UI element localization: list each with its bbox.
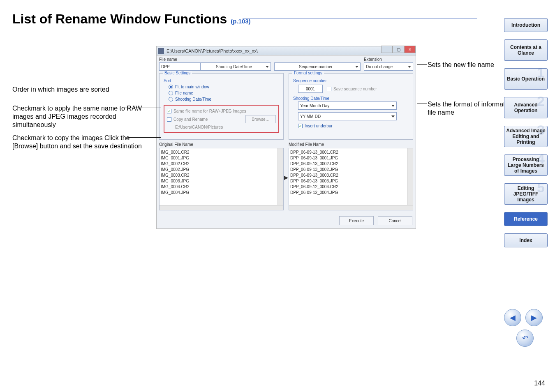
sidebar-index[interactable]: Index <box>504 233 548 247</box>
save-sequence-checkbox[interactable]: Save sequence number <box>327 87 377 91</box>
sidebar: Introduction Contents at a Glance 1Basic… <box>504 18 548 247</box>
execute-button[interactable]: Execute <box>339 216 374 225</box>
ann-line <box>417 64 427 65</box>
sort-date-radio[interactable]: Shooting Date/Time <box>169 97 279 101</box>
list-item[interactable]: DPP_06-09-13_0001.CR2 <box>290 150 412 155</box>
sequence-value: 0001 <box>306 87 315 91</box>
scrollbar-v[interactable] <box>278 148 283 205</box>
sort-fit-label: Fit to main window <box>175 85 209 89</box>
sort-date-label: Shooting Date/Time <box>175 97 211 101</box>
ann-line <box>140 89 161 89</box>
sidebar-processing[interactable]: 4Processing Large Numbers of Images <box>504 154 548 176</box>
save-path: E:\Users\CANON\Pictures <box>175 125 276 129</box>
sort-filename-radio[interactable]: File name <box>169 91 279 95</box>
shoot-fmt: YY-MM-DD <box>300 114 321 119</box>
filename-pattern-2[interactable]: Sequence number <box>274 62 361 71</box>
browse-button[interactable]: Browse… <box>245 115 276 123</box>
caret-icon <box>408 66 411 68</box>
scrollbar-h[interactable] <box>289 205 413 210</box>
list-item[interactable]: IMG_0003.JPG <box>161 178 282 184</box>
rename-window: E:\Users\CANON\Pictures\Photo\xxxx_xx_xx… <box>156 46 416 229</box>
cancel-button[interactable]: Cancel <box>378 216 412 225</box>
list-item[interactable]: DPP_06-09-13_0002.CR2 <box>290 161 412 167</box>
shooting-date-format-select[interactable]: YY-MM-DD <box>298 112 397 120</box>
sidebar-jpeg-tiff[interactable]: 5Editing JPEG/TIFF Images <box>504 183 548 205</box>
rawjpeg-callout: ✓ Same file name for RAW+JPEG images Cop… <box>164 105 279 133</box>
orig-list-title: Original File Name <box>159 142 284 147</box>
shooting-date-order-select[interactable]: Year Month Day <box>298 101 397 110</box>
sequence-label: Sequence number <box>293 78 409 83</box>
sidebar-contents[interactable]: Contents at a Glance <box>504 39 548 61</box>
title-text: List of Rename Window Functions <box>12 12 227 26</box>
ann-line <box>417 104 427 104</box>
list-item[interactable]: DPP_06-09-12_0004.JPG <box>290 190 412 196</box>
shoot-val: Year Month Day <box>300 104 329 108</box>
window-minimize-button[interactable]: – <box>381 46 393 53</box>
mod-file-list[interactable]: DPP_06-09-13_0001.CR2DPP_06-09-13_0001.J… <box>289 148 413 210</box>
list-item[interactable]: IMG_0001.JPG <box>161 155 282 161</box>
sort-fit-radio[interactable]: Fit to main window <box>169 85 279 89</box>
list-item[interactable]: IMG_0001.CR2 <box>161 150 282 155</box>
sort-file-label: File name <box>175 91 193 95</box>
sidebar-basic-operation[interactable]: 1Basic Operation <box>504 68 548 90</box>
sidebar-advanced-operation[interactable]: 2Advanced Operation <box>504 97 548 118</box>
copy-rename-label: Copy and Rename <box>173 117 208 122</box>
window-close-button[interactable]: ✕ <box>404 46 416 53</box>
extension-value: Do not change <box>366 65 393 69</box>
list-item[interactable]: IMG_0002.CR2 <box>161 161 282 167</box>
title-rule <box>243 18 477 19</box>
list-item[interactable]: IMG_0002.JPG <box>161 167 282 173</box>
list-item[interactable]: DPP_06-09-13_0001.JPG <box>290 155 412 161</box>
format-settings-group: Format settings Sequence number 0001 Sav… <box>289 73 413 140</box>
underbar-label: Insert underbar <box>305 124 333 128</box>
ann-newname: Sets the new file name <box>428 61 494 69</box>
sidebar-advanced-editing[interactable]: 3Advanced Image Editing and Printing <box>504 126 548 147</box>
list-item[interactable]: IMG_0003.CR2 <box>161 173 282 178</box>
window-titlebar: E:\Users\CANON\Pictures\Photo\xxxx_xx_xx… <box>157 46 416 55</box>
shooting-date-label: Shooting Date/Time <box>293 96 409 101</box>
next-page-button[interactable]: ▶ <box>525 309 543 326</box>
extension-label: Extension <box>364 57 413 62</box>
ann-line <box>127 137 161 138</box>
ann-line <box>122 108 161 108</box>
same-filename-checkbox[interactable]: ✓ Same file name for RAW+JPEG images <box>167 109 276 113</box>
orig-file-list[interactable]: IMG_0001.CR2IMG_0001.JPGIMG_0002.CR2IMG_… <box>159 148 284 210</box>
ann-copy: Checkmark to copy the images Click the [… <box>12 134 144 150</box>
sidebar-reference[interactable]: Reference <box>504 212 548 226</box>
page-number: 144 <box>534 380 545 387</box>
mod-list-title: Modified File Name <box>289 142 413 147</box>
copy-rename-checkbox[interactable]: Copy and Rename <box>167 117 208 122</box>
basic-settings-group: Basic Settings Sort Fit to main window F… <box>159 73 284 140</box>
filename-pattern-1[interactable]: Shooting Date/Time <box>200 62 271 71</box>
underbar-checkbox[interactable]: ✓ Insert underbar <box>298 124 409 128</box>
window-maximize-button[interactable]: ▢ <box>393 46 404 53</box>
list-item[interactable]: IMG_0004.CR2 <box>161 184 282 190</box>
pattern1-text: Shooting Date/Time <box>216 65 252 69</box>
filename-row: File name DPP Shooting Date/Time Sequenc… <box>157 55 416 73</box>
save-sequence-label: Save sequence number <box>333 87 377 91</box>
scrollbar-h[interactable] <box>160 205 283 210</box>
arrow-icon <box>284 176 288 180</box>
filename-value: DPP <box>161 65 170 69</box>
scrollbar-v[interactable] <box>407 148 413 205</box>
basic-settings-title: Basic Settings <box>163 71 192 75</box>
return-button[interactable]: ↶ <box>516 330 534 347</box>
filename-input[interactable]: DPP <box>159 62 200 71</box>
list-item[interactable]: DPP_06-09-13_0003.JPG <box>290 178 412 184</box>
sidebar-introduction[interactable]: Introduction <box>504 18 548 32</box>
filename-label: File name <box>159 57 271 62</box>
extension-select[interactable]: Do not change <box>364 62 413 71</box>
prev-page-button[interactable]: ◀ <box>504 309 521 326</box>
sequence-input[interactable]: 0001 <box>298 85 323 93</box>
list-item[interactable]: DPP_06-09-12_0004.CR2 <box>290 184 412 190</box>
window-title: E:\Users\CANON\Pictures\Photo\xxxx_xx_xx… <box>166 48 258 53</box>
caret-icon <box>355 66 358 68</box>
caret-icon <box>391 105 395 107</box>
same-filename-label: Same file name for RAW+JPEG images <box>173 109 246 113</box>
sort-label: Sort <box>164 78 279 83</box>
list-item[interactable]: DPP_06-09-13_0003.CR2 <box>290 173 412 178</box>
list-item[interactable]: IMG_0004.JPG <box>161 190 282 196</box>
ann-samename: Checkmark to apply the same name to RAW … <box>12 104 144 129</box>
list-item[interactable]: DPP_06-09-13_0002.JPG <box>290 167 412 173</box>
format-settings-title: Format settings <box>292 71 324 75</box>
